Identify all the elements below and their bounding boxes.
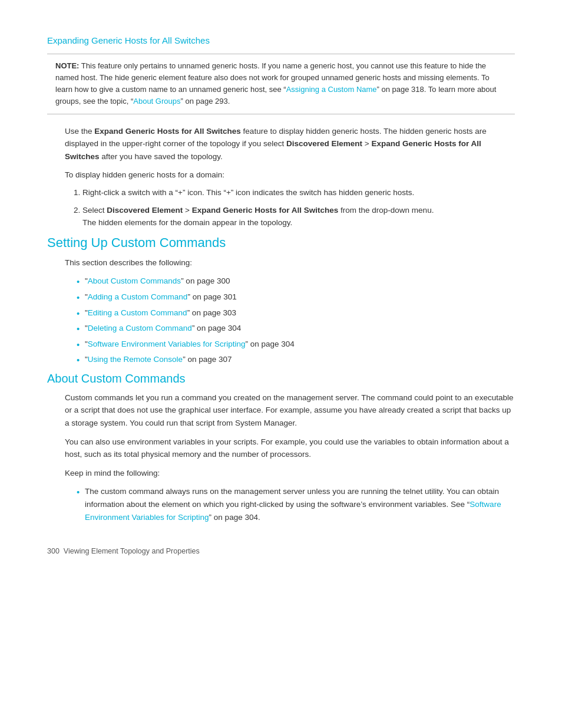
step-2: Select Discovered Element > Expand Gener… — [82, 204, 515, 229]
para1-bold2: Discovered Element — [286, 139, 362, 148]
para1-suffix: after you have saved the topology. — [100, 152, 223, 161]
step-intro: To display hidden generic hosts for a do… — [65, 169, 515, 182]
section1-content: Use the Expand Generic Hosts for All Swi… — [47, 125, 515, 229]
footer-text: Viewing Element Topology and Properties — [64, 547, 200, 555]
bullet1-suffix: ” on page 304. — [209, 513, 260, 522]
list-item: "Software Environment Variables for Scri… — [77, 338, 515, 351]
section3-para1: Custom commands let you run a command yo… — [65, 391, 515, 430]
section2-content: This section describes the following: "A… — [47, 256, 515, 366]
link5-suffix: ” on page 307 — [183, 355, 232, 364]
section3-bullets: The custom command always runs on the ma… — [77, 485, 515, 523]
step2-gt: > — [183, 206, 191, 215]
section2-links-list: "About Custom Commands” on page 300 "Add… — [77, 275, 515, 366]
section2-intro: This section describes the following: — [65, 256, 515, 269]
list-item: "Deleting a Custom Command” on page 304 — [77, 322, 515, 335]
hidden-note: The hidden elements for the domain appea… — [82, 218, 292, 227]
link3-suffix: ” on page 304 — [192, 324, 241, 332]
list-item: The custom command always runs on the ma… — [77, 485, 515, 523]
note-label: NOTE: — [55, 61, 79, 70]
para1-gt: > — [362, 139, 371, 148]
link-adding-custom-command[interactable]: Adding a Custom Command — [88, 292, 188, 301]
link-about-custom-commands[interactable]: About Custom Commands — [88, 276, 181, 285]
list-item: "Adding a Custom Command” on page 301 — [77, 291, 515, 304]
link0-suffix: ” on page 300 — [181, 276, 230, 285]
link-editing-custom-command[interactable]: Editing a Custom Command — [88, 308, 187, 317]
list-item: "Editing a Custom Command” on page 303 — [77, 307, 515, 319]
list-item: "Using the Remote Console” on page 307 — [77, 353, 515, 366]
note-link1[interactable]: Assigning a Custom Name — [286, 85, 377, 94]
keep-in-mind: Keep in mind the following: — [65, 467, 515, 480]
link-remote-console[interactable]: Using the Remote Console — [88, 355, 183, 364]
section1-heading: Expanding Generic Hosts for All Switches — [47, 35, 515, 45]
step1-text: Right-click a switch with a “+” icon. Th… — [82, 188, 414, 197]
step2-suffix: from the drop-down menu. — [338, 206, 434, 215]
step2-prefix: Select — [82, 206, 107, 215]
step2-bold2: Expand Generic Hosts for All Switches — [192, 206, 339, 215]
steps-list: Right-click a switch with a “+” icon. Th… — [82, 186, 515, 229]
step2-bold1: Discovered Element — [107, 206, 183, 215]
section3-content: Custom commands let you run a command yo… — [47, 391, 515, 523]
para1-bold: Expand Generic Hosts for All Switches — [94, 127, 241, 136]
note-box: NOTE: This feature only pertains to unna… — [47, 54, 515, 114]
link2-suffix: ” on page 303 — [187, 308, 236, 317]
list-item: "About Custom Commands” on page 300 — [77, 275, 515, 288]
section3-para2: You can also use environment variables i… — [65, 436, 515, 461]
page-footer: 300 Viewing Element Topology and Propert… — [47, 547, 515, 555]
section2-heading: Setting Up Custom Commands — [47, 235, 515, 251]
link4-suffix: ” on page 304 — [245, 340, 294, 348]
step-1: Right-click a switch with a “+” icon. Th… — [82, 186, 515, 199]
footer-page-number: 300 — [47, 547, 59, 555]
note-link2[interactable]: About Groups — [133, 97, 180, 106]
section1-para1: Use the Expand Generic Hosts for All Swi… — [65, 125, 515, 163]
bullet1-prefix: The custom command always runs on the ma… — [85, 487, 499, 509]
link-software-env-vars[interactable]: Software Environment Variables for Scrip… — [88, 340, 246, 348]
link1-suffix: ” on page 301 — [187, 292, 236, 301]
section3-heading: About Custom Commands — [47, 372, 515, 386]
note-link2-suffix: ” on page 293. — [180, 97, 230, 106]
para1-prefix: Use the — [65, 127, 94, 136]
link-deleting-custom-command[interactable]: Deleting a Custom Command — [88, 324, 192, 332]
